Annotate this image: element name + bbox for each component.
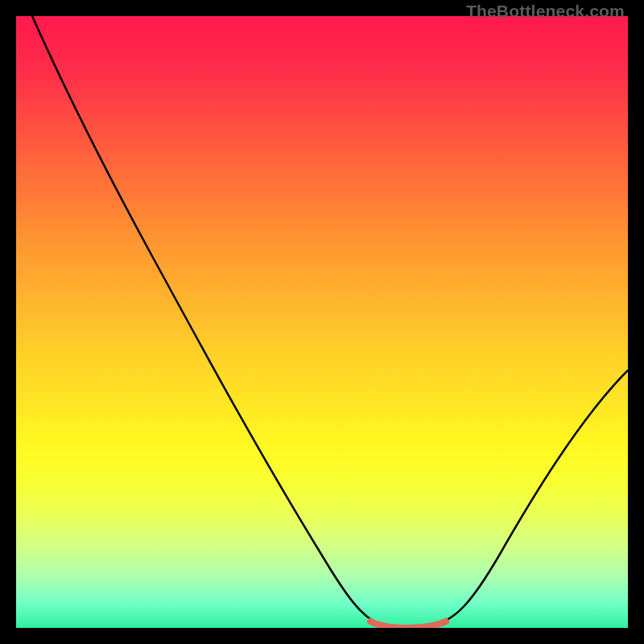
chart-plot: [16, 16, 628, 628]
optimal-range-highlight: [370, 621, 446, 628]
bottleneck-curve: [32, 16, 628, 627]
watermark-text: TheBottleneck.com: [466, 2, 625, 21]
chart-frame: [16, 16, 628, 628]
